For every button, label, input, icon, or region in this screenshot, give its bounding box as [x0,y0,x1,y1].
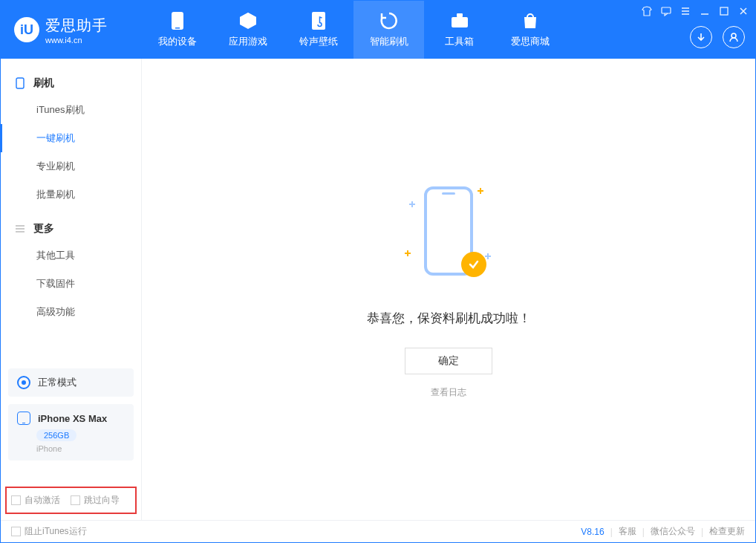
checkbox-auto-activate[interactable]: 自动激活 [11,494,60,507]
feedback-icon[interactable] [660,5,672,17]
cube-icon [238,11,258,30]
success-illustration [408,181,489,292]
footer-link-service[interactable]: 客服 [619,525,636,538]
device-mode[interactable]: 正常模式 [8,368,134,397]
refresh-shield-icon [379,11,399,30]
list-icon [14,223,26,235]
checkbox-skip-guide[interactable]: 跳过向导 [71,494,120,507]
phone-icon [168,11,187,30]
footer: 阻止iTunes运行 V8.16 | 客服 | 微信公众号 | 检查更新 [1,520,755,542]
svg-rect-0 [172,12,183,30]
svg-rect-1 [175,27,180,29]
tab-apps[interactable]: 应用游戏 [212,1,283,59]
svg-point-7 [731,33,736,38]
device-storage: 256GB [36,429,76,441]
main-tabs: 我的设备 应用游戏 铃声壁纸 智能刷机 工具箱 爱思商城 [142,1,565,59]
sidebar: 刷机 iTunes刷机 一键刷机 专业刷机 批量刷机 更多 其他工具 下载固件 … [1,59,142,520]
sidebar-item-batch-flash[interactable]: 批量刷机 [1,181,141,209]
sidebar-item-advanced[interactable]: 高级功能 [1,298,141,326]
download-button[interactable] [690,26,712,48]
sparkle-icon [478,188,483,194]
sidebar-group-more: 更多 [1,216,141,241]
app-title: 爱思助手 [45,16,108,36]
sidebar-item-other-tools[interactable]: 其他工具 [1,241,141,270]
svg-rect-2 [312,12,325,30]
close-button[interactable] [737,5,749,17]
device-panel: 正常模式 iPhone XS Max 256GB iPhone [8,368,134,461]
account-button[interactable] [723,26,745,48]
device-info[interactable]: iPhone XS Max 256GB iPhone [8,404,134,461]
phone-outline-icon [14,77,26,89]
tab-store[interactable]: 爱思商城 [495,1,565,59]
device-type: iPhone [36,444,125,453]
checkbox-block-itunes[interactable]: 阻止iTunes运行 [11,525,87,538]
header-right [690,26,745,48]
app-subtitle: www.i4.cn [45,36,108,45]
highlighted-options: 自动激活 跳过向导 [5,487,137,514]
logo-icon: iU [14,17,39,42]
ok-button[interactable]: 确定 [405,348,492,374]
music-file-icon [309,11,328,30]
sparkle-icon [409,201,415,207]
svg-rect-3 [452,17,468,27]
sidebar-item-pro-flash[interactable]: 专业刷机 [1,152,141,181]
svg-rect-8 [16,78,24,88]
menu-icon[interactable] [680,5,691,17]
svg-rect-5 [662,7,671,13]
tab-my-device[interactable]: 我的设备 [142,1,212,59]
sidebar-item-onekey-flash[interactable]: 一键刷机 [1,124,141,152]
checkmark-badge-icon [461,252,486,277]
bag-icon [521,11,540,30]
tab-smart-flash[interactable]: 智能刷机 [353,1,424,59]
tab-toolbox[interactable]: 工具箱 [424,1,495,59]
svg-rect-6 [720,7,728,15]
sparkle-icon [405,250,411,256]
maximize-button[interactable] [718,5,730,17]
sparkle-icon [485,253,491,259]
main-content: 恭喜您，保资料刷机成功啦！ 确定 查看日志 [142,59,755,520]
skin-icon[interactable] [641,5,653,17]
version-label: V8.16 [581,527,604,537]
device-name: iPhone XS Max [38,413,107,424]
sidebar-item-itunes-flash[interactable]: iTunes刷机 [1,96,141,124]
mode-indicator-icon [17,376,30,389]
tab-ringtone[interactable]: 铃声壁纸 [283,1,353,59]
footer-link-update[interactable]: 检查更新 [709,525,745,538]
device-phone-icon [17,412,30,425]
view-log-link[interactable]: 查看日志 [431,386,466,399]
logo-area: iU 爱思助手 www.i4.cn [1,16,142,45]
success-message: 恭喜您，保资料刷机成功啦！ [367,310,531,327]
sidebar-group-flash: 刷机 [1,71,141,96]
toolbox-icon [450,11,469,30]
sidebar-item-download-firmware[interactable]: 下载固件 [1,270,141,298]
minimize-button[interactable] [699,5,711,17]
header: iU 爱思助手 www.i4.cn 我的设备 应用游戏 铃声壁纸 智能刷机 工具… [1,1,755,59]
footer-link-wechat[interactable]: 微信公众号 [651,525,695,538]
svg-rect-4 [457,13,463,17]
window-controls [641,5,749,17]
